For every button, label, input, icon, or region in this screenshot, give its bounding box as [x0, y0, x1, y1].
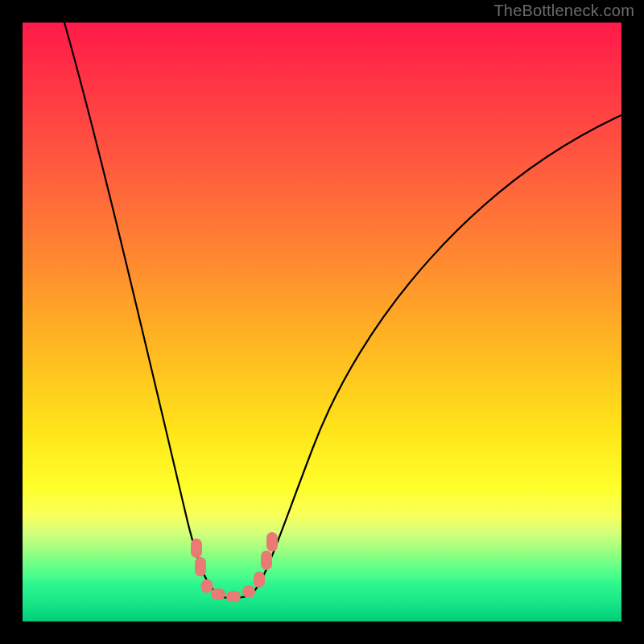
nodule	[195, 557, 206, 576]
nodule	[261, 551, 272, 570]
chart-frame	[23, 23, 621, 621]
valley-nodules	[191, 532, 278, 602]
nodule	[254, 572, 265, 588]
nodule	[191, 539, 202, 558]
curve-left-branch	[64, 23, 219, 596]
curve-right-branch	[251, 115, 621, 594]
nodule	[242, 585, 255, 598]
nodule	[201, 580, 213, 593]
curve-layer	[23, 23, 621, 621]
nodule	[211, 588, 225, 600]
watermark-text: TheBottleneck.com	[493, 2, 634, 20]
nodule	[266, 532, 278, 551]
nodule	[226, 591, 241, 602]
